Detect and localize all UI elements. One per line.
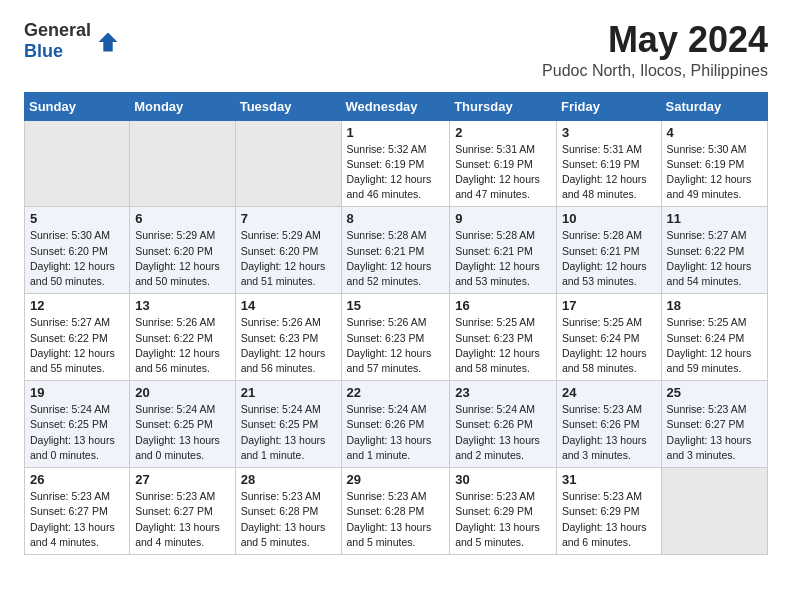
day-info: Sunrise: 5:25 AM Sunset: 6:24 PM Dayligh… xyxy=(667,315,762,376)
day-number: 6 xyxy=(135,211,229,226)
month-year: May 2024 xyxy=(542,20,768,60)
day-number: 19 xyxy=(30,385,124,400)
day-info: Sunrise: 5:31 AM Sunset: 6:19 PM Dayligh… xyxy=(562,142,656,203)
day-number: 24 xyxy=(562,385,656,400)
day-info: Sunrise: 5:23 AM Sunset: 6:29 PM Dayligh… xyxy=(455,489,551,550)
calendar-cell: 25Sunrise: 5:23 AM Sunset: 6:27 PM Dayli… xyxy=(661,381,767,468)
weekday-header: Tuesday xyxy=(235,92,341,120)
day-number: 12 xyxy=(30,298,124,313)
calendar-week-row: 1Sunrise: 5:32 AM Sunset: 6:19 PM Daylig… xyxy=(25,120,768,207)
calendar-week-row: 12Sunrise: 5:27 AM Sunset: 6:22 PM Dayli… xyxy=(25,294,768,381)
day-info: Sunrise: 5:29 AM Sunset: 6:20 PM Dayligh… xyxy=(241,228,336,289)
day-info: Sunrise: 5:23 AM Sunset: 6:28 PM Dayligh… xyxy=(347,489,445,550)
calendar-week-row: 26Sunrise: 5:23 AM Sunset: 6:27 PM Dayli… xyxy=(25,468,768,555)
day-number: 16 xyxy=(455,298,551,313)
calendar-cell: 31Sunrise: 5:23 AM Sunset: 6:29 PM Dayli… xyxy=(556,468,661,555)
calendar-cell: 16Sunrise: 5:25 AM Sunset: 6:23 PM Dayli… xyxy=(450,294,557,381)
day-info: Sunrise: 5:27 AM Sunset: 6:22 PM Dayligh… xyxy=(667,228,762,289)
day-number: 25 xyxy=(667,385,762,400)
day-number: 7 xyxy=(241,211,336,226)
weekday-header: Saturday xyxy=(661,92,767,120)
page-header: General Blue May 2024 Pudoc North, Iloco… xyxy=(24,20,768,80)
day-number: 5 xyxy=(30,211,124,226)
day-number: 10 xyxy=(562,211,656,226)
calendar-cell: 17Sunrise: 5:25 AM Sunset: 6:24 PM Dayli… xyxy=(556,294,661,381)
day-number: 31 xyxy=(562,472,656,487)
day-info: Sunrise: 5:24 AM Sunset: 6:26 PM Dayligh… xyxy=(347,402,445,463)
calendar-cell: 18Sunrise: 5:25 AM Sunset: 6:24 PM Dayli… xyxy=(661,294,767,381)
calendar-cell: 8Sunrise: 5:28 AM Sunset: 6:21 PM Daylig… xyxy=(341,207,450,294)
calendar-cell: 10Sunrise: 5:28 AM Sunset: 6:21 PM Dayli… xyxy=(556,207,661,294)
svg-marker-0 xyxy=(99,32,118,51)
day-number: 27 xyxy=(135,472,229,487)
calendar-cell: 20Sunrise: 5:24 AM Sunset: 6:25 PM Dayli… xyxy=(130,381,235,468)
day-number: 23 xyxy=(455,385,551,400)
calendar-cell: 27Sunrise: 5:23 AM Sunset: 6:27 PM Dayli… xyxy=(130,468,235,555)
day-number: 21 xyxy=(241,385,336,400)
day-info: Sunrise: 5:23 AM Sunset: 6:26 PM Dayligh… xyxy=(562,402,656,463)
calendar-cell: 6Sunrise: 5:29 AM Sunset: 6:20 PM Daylig… xyxy=(130,207,235,294)
day-info: Sunrise: 5:28 AM Sunset: 6:21 PM Dayligh… xyxy=(455,228,551,289)
day-info: Sunrise: 5:28 AM Sunset: 6:21 PM Dayligh… xyxy=(562,228,656,289)
day-number: 1 xyxy=(347,125,445,140)
weekday-header: Sunday xyxy=(25,92,130,120)
day-info: Sunrise: 5:24 AM Sunset: 6:25 PM Dayligh… xyxy=(30,402,124,463)
day-number: 17 xyxy=(562,298,656,313)
day-info: Sunrise: 5:31 AM Sunset: 6:19 PM Dayligh… xyxy=(455,142,551,203)
logo: General Blue xyxy=(24,20,119,61)
day-info: Sunrise: 5:30 AM Sunset: 6:20 PM Dayligh… xyxy=(30,228,124,289)
logo-general: General xyxy=(24,20,91,41)
day-number: 28 xyxy=(241,472,336,487)
calendar-cell: 28Sunrise: 5:23 AM Sunset: 6:28 PM Dayli… xyxy=(235,468,341,555)
calendar-cell: 23Sunrise: 5:24 AM Sunset: 6:26 PM Dayli… xyxy=(450,381,557,468)
calendar-cell: 11Sunrise: 5:27 AM Sunset: 6:22 PM Dayli… xyxy=(661,207,767,294)
day-number: 29 xyxy=(347,472,445,487)
day-info: Sunrise: 5:23 AM Sunset: 6:27 PM Dayligh… xyxy=(30,489,124,550)
day-number: 20 xyxy=(135,385,229,400)
day-info: Sunrise: 5:27 AM Sunset: 6:22 PM Dayligh… xyxy=(30,315,124,376)
day-info: Sunrise: 5:26 AM Sunset: 6:22 PM Dayligh… xyxy=(135,315,229,376)
weekday-header: Thursday xyxy=(450,92,557,120)
day-number: 18 xyxy=(667,298,762,313)
day-number: 22 xyxy=(347,385,445,400)
weekday-header: Wednesday xyxy=(341,92,450,120)
calendar-cell: 7Sunrise: 5:29 AM Sunset: 6:20 PM Daylig… xyxy=(235,207,341,294)
day-number: 4 xyxy=(667,125,762,140)
logo-icon xyxy=(97,31,119,53)
day-number: 30 xyxy=(455,472,551,487)
day-info: Sunrise: 5:25 AM Sunset: 6:23 PM Dayligh… xyxy=(455,315,551,376)
calendar-cell: 22Sunrise: 5:24 AM Sunset: 6:26 PM Dayli… xyxy=(341,381,450,468)
day-info: Sunrise: 5:32 AM Sunset: 6:19 PM Dayligh… xyxy=(347,142,445,203)
weekday-header: Friday xyxy=(556,92,661,120)
day-number: 9 xyxy=(455,211,551,226)
calendar-cell: 30Sunrise: 5:23 AM Sunset: 6:29 PM Dayli… xyxy=(450,468,557,555)
day-info: Sunrise: 5:24 AM Sunset: 6:25 PM Dayligh… xyxy=(241,402,336,463)
weekday-header-row: SundayMondayTuesdayWednesdayThursdayFrid… xyxy=(25,92,768,120)
calendar-cell: 4Sunrise: 5:30 AM Sunset: 6:19 PM Daylig… xyxy=(661,120,767,207)
day-number: 14 xyxy=(241,298,336,313)
calendar-cell: 24Sunrise: 5:23 AM Sunset: 6:26 PM Dayli… xyxy=(556,381,661,468)
calendar-table: SundayMondayTuesdayWednesdayThursdayFrid… xyxy=(24,92,768,555)
calendar-cell: 21Sunrise: 5:24 AM Sunset: 6:25 PM Dayli… xyxy=(235,381,341,468)
weekday-header: Monday xyxy=(130,92,235,120)
day-info: Sunrise: 5:23 AM Sunset: 6:28 PM Dayligh… xyxy=(241,489,336,550)
day-number: 2 xyxy=(455,125,551,140)
calendar-cell: 14Sunrise: 5:26 AM Sunset: 6:23 PM Dayli… xyxy=(235,294,341,381)
day-info: Sunrise: 5:24 AM Sunset: 6:25 PM Dayligh… xyxy=(135,402,229,463)
calendar-cell xyxy=(25,120,130,207)
logo-blue: Blue xyxy=(24,41,91,62)
day-info: Sunrise: 5:30 AM Sunset: 6:19 PM Dayligh… xyxy=(667,142,762,203)
day-info: Sunrise: 5:23 AM Sunset: 6:27 PM Dayligh… xyxy=(667,402,762,463)
calendar-cell: 19Sunrise: 5:24 AM Sunset: 6:25 PM Dayli… xyxy=(25,381,130,468)
calendar-week-row: 5Sunrise: 5:30 AM Sunset: 6:20 PM Daylig… xyxy=(25,207,768,294)
day-info: Sunrise: 5:28 AM Sunset: 6:21 PM Dayligh… xyxy=(347,228,445,289)
calendar-cell xyxy=(661,468,767,555)
calendar-cell: 1Sunrise: 5:32 AM Sunset: 6:19 PM Daylig… xyxy=(341,120,450,207)
calendar-cell xyxy=(130,120,235,207)
day-info: Sunrise: 5:25 AM Sunset: 6:24 PM Dayligh… xyxy=(562,315,656,376)
calendar-cell: 12Sunrise: 5:27 AM Sunset: 6:22 PM Dayli… xyxy=(25,294,130,381)
day-info: Sunrise: 5:29 AM Sunset: 6:20 PM Dayligh… xyxy=(135,228,229,289)
calendar-cell: 2Sunrise: 5:31 AM Sunset: 6:19 PM Daylig… xyxy=(450,120,557,207)
calendar-cell: 13Sunrise: 5:26 AM Sunset: 6:22 PM Dayli… xyxy=(130,294,235,381)
calendar-cell: 9Sunrise: 5:28 AM Sunset: 6:21 PM Daylig… xyxy=(450,207,557,294)
